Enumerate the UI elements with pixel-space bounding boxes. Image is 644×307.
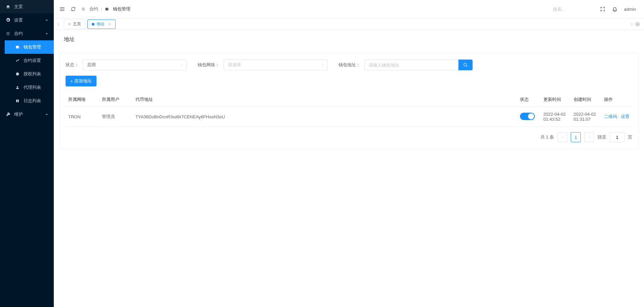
sidebar: 主页 设置 合约 钱包管理 [0,0,54,307]
cell-user: 管理员 [99,107,133,127]
table-header-row: 所属网络 所属用户 代币地址 状态 更新时间 创建时间 操作 [66,92,632,107]
book-icon [15,99,20,103]
sidebar-item-wallet-manage[interactable]: 钱包管理 [5,40,54,54]
sidebar-item-auth-list[interactable]: 授权列表 [5,67,54,81]
wallet-address-input[interactable] [364,60,458,70]
filter-status: 状态： 启用 [66,60,187,70]
sidebar-item-settings[interactable]: 设置 [0,13,54,27]
tabs-scroll-right[interactable] [629,18,635,30]
cell-actions: 二维码|设置 [601,107,632,127]
cell-status [517,107,541,127]
breadcrumb-current: 钱包管理 [113,6,130,12]
status-select[interactable]: 启用 [83,60,187,70]
filter-row: 状态： 启用 钱包网络： 请选择 [66,60,632,70]
filter-network: 钱包网络： 请选择 [198,60,328,70]
table-row: TRON 管理员 TYA36DoBnDcnR3sd8r7CENEAy6FHosN… [66,107,632,127]
sidebar-item-log-list[interactable]: 日志列表 [5,94,54,108]
sidebar-item-label: 设置 [14,17,23,23]
main-area: 合约 / 钱包管理 admin [54,0,644,307]
cell-network: TRON [66,107,99,127]
refresh-icon[interactable] [71,6,76,12]
network-select[interactable]: 请选择 [224,60,328,70]
filter-label: 钱包地址： [338,62,360,68]
tab-home[interactable]: 主页 [64,20,85,29]
sidebar-item-maintain[interactable]: 维护 [0,108,54,121]
chevron-down-icon [321,63,325,67]
svg-point-1 [17,86,18,87]
fullscreen-icon[interactable] [600,6,605,12]
select-placeholder: 请选择 [228,62,241,68]
tabs-scroll-left[interactable] [55,18,62,30]
sidebar-item-contract-settings[interactable]: 合约设置 [5,54,54,67]
tab-close-icon[interactable]: ✕ [108,22,111,27]
sidebar-item-label: 日志列表 [24,98,41,104]
tab-address[interactable]: 地址 ✕ [87,20,116,29]
qr-link[interactable]: 二维码 [604,114,617,119]
sidebar-item-agent-list[interactable]: 代理列表 [5,81,54,94]
col-user: 所属用户 [99,92,133,107]
auth-icon [15,72,20,76]
sidebar-item-contract[interactable]: 合约 [0,27,54,40]
page-prev-button[interactable] [557,132,567,142]
contract-icon [5,31,11,36]
content-area: 地址 状态： 启用 钱包网络： [54,30,644,307]
wrench-icon [5,112,11,117]
filter-label: 状态： [66,62,79,68]
sidebar-item-label: 主页 [14,4,23,10]
cell-create-time: 2022-04-02 01:31:07 [571,107,601,127]
cell-update-time: 2022-04-02 01:43:52 [541,107,571,127]
tab-dot-icon [92,23,94,26]
header-search-input[interactable] [553,7,593,12]
svg-point-0 [16,73,19,76]
pagination: 共 1 条 1 跳至 页 [66,132,632,142]
wallet-icon [15,45,20,49]
col-create-time: 创建时间 [571,92,601,107]
settings-link[interactable]: 设置 [621,114,630,119]
contract-icon [81,7,85,11]
sidebar-item-label: 合约 [14,31,23,37]
pagination-total: 共 1 条 [540,134,554,140]
svg-point-3 [464,63,467,66]
tabs-list: 主页 地址 ✕ [62,18,629,30]
select-value: 启用 [87,62,96,68]
status-switch[interactable] [520,113,535,120]
main-card: 状态： 启用 钱包网络： 请选择 [59,53,639,149]
chevron-down-icon [45,113,48,116]
col-update-time: 更新时间 [541,92,571,107]
wallet-icon [105,7,109,11]
button-label: 添加地址 [74,78,92,84]
menu-toggle-icon[interactable] [59,6,65,12]
chevron-up-icon [45,32,48,35]
bell-icon[interactable] [612,6,617,12]
page-number-button[interactable]: 1 [571,132,581,142]
page-next-button[interactable] [584,132,594,142]
sidebar-item-label: 维护 [14,111,23,117]
page-suffix: 页 [628,134,632,140]
gear-icon [5,18,11,23]
filter-address: 钱包地址： [338,60,473,70]
sidebar-item-label: 钱包管理 [24,44,41,50]
add-address-button[interactable]: + 添加地址 [66,76,96,86]
chevron-down-icon [180,63,184,67]
home-icon [5,4,11,9]
plus-icon: + [70,79,73,84]
sidebar-item-label: 合约设置 [24,57,41,64]
page-jump-input[interactable] [610,132,625,142]
user-icon [15,85,20,89]
user-menu[interactable]: admin [624,7,639,12]
page-title: 地址 [54,30,644,48]
jump-label: 跳至 [598,134,606,140]
header: 合约 / 钱包管理 admin [54,0,644,18]
tab-dot-icon [68,23,71,26]
address-table: 所属网络 所属用户 代币地址 状态 更新时间 创建时间 操作 TRON 管理员 [66,92,632,127]
tab-label: 主页 [73,21,81,27]
sidebar-item-home[interactable]: 主页 [0,0,54,13]
breadcrumb-item[interactable]: 合约 [89,6,98,12]
close-all-tabs-icon[interactable] [635,22,640,27]
action-divider: | [618,114,619,119]
breadcrumb-separator: / [101,7,102,12]
col-status: 状态 [517,92,541,107]
tabs-bar: 主页 地址 ✕ [54,18,644,30]
search-button[interactable] [458,60,473,70]
filter-label: 钱包网络： [198,62,219,68]
